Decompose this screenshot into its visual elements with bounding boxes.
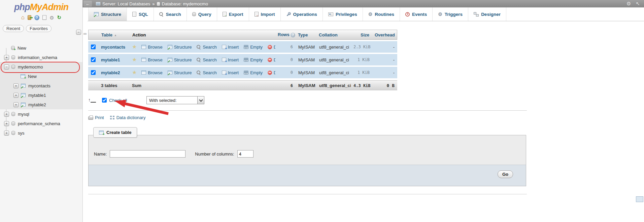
home-icon[interactable]: ⌂ — [21, 15, 25, 20]
expand-icon[interactable]: + — [4, 112, 9, 117]
col-header-rows[interactable]: Rows ? — [275, 32, 295, 37]
row-checkbox[interactable] — [91, 45, 96, 49]
data-dictionary-link[interactable]: Data dictionary — [110, 115, 146, 120]
refresh-icon[interactable]: ↻ — [57, 15, 62, 20]
preferences-gear-icon[interactable]: ⚙ — [626, 1, 631, 7]
tab-search[interactable]: Search — [154, 7, 187, 21]
action-label: Insert — [228, 70, 239, 75]
favorites-button[interactable]: Favorites — [26, 25, 51, 32]
tree-item-mytable2[interactable]: + mytable2 — [0, 100, 82, 109]
with-selected-dropdown[interactable]: With selected: — [146, 96, 204, 104]
create-table-icon — [99, 131, 104, 135]
tab-privileges[interactable]: Privileges — [323, 7, 363, 21]
dropdown-arrow-icon[interactable] — [197, 96, 204, 104]
link-panels-icon[interactable]: ∞ — [83, 31, 87, 36]
collapse-navigation-button[interactable]: ← — [83, 1, 92, 7]
table-name-link[interactable]: mytable2 — [101, 70, 120, 75]
rows-help-icon[interactable]: ? — [291, 33, 295, 37]
empty-link[interactable]: Empty — [244, 57, 263, 62]
help-icon[interactable]: ? — [34, 15, 39, 20]
check-all-label[interactable]: Check all — [109, 98, 127, 103]
events-tab-icon — [405, 12, 410, 17]
expand-icon[interactable]: + — [13, 93, 19, 98]
collapse-all-icon[interactable]: − — [76, 30, 81, 35]
tree-item-new-table[interactable]: New — [0, 72, 82, 81]
expand-icon[interactable]: + — [4, 121, 9, 126]
breadcrumb-database-link[interactable]: Database: mydemocmo — [162, 1, 208, 6]
empty-link[interactable]: Empty — [244, 70, 263, 75]
query-tab-icon — [192, 12, 196, 16]
search-link[interactable]: Search — [197, 70, 216, 75]
col-header-type[interactable]: Type — [295, 32, 316, 37]
drop-link[interactable]: Drop — [268, 70, 275, 75]
breadcrumb-separator: » — [152, 1, 155, 6]
tree-item-sys[interactable]: + sys — [0, 128, 82, 138]
drop-link[interactable]: Drop — [268, 57, 275, 62]
table-name-input[interactable] — [110, 150, 185, 158]
structure-link[interactable]: Structure — [168, 57, 192, 62]
row-checkbox[interactable] — [91, 70, 96, 75]
drop-icon — [268, 45, 272, 49]
empty-link[interactable]: Empty — [244, 45, 263, 50]
tab-triggers[interactable]: ⚙Triggers — [433, 7, 468, 21]
insert-link[interactable]: Insert — [222, 45, 239, 50]
tree-item-performance-schema[interactable]: + performance_schema — [0, 119, 82, 128]
favorite-star-icon[interactable]: ★ — [132, 57, 137, 62]
go-button[interactable]: Go — [498, 170, 513, 178]
expand-icon[interactable]: + — [13, 83, 19, 88]
search-link[interactable]: Search — [197, 45, 216, 50]
resize-handle-icon[interactable]: ↖ — [636, 1, 640, 7]
settings-gear-icon[interactable]: ⚙ — [49, 15, 54, 20]
table-name-link[interactable]: mycontacts — [101, 45, 125, 50]
new-table-icon — [21, 74, 25, 78]
favorite-star-icon[interactable]: ★ — [132, 70, 137, 75]
col-header-size[interactable]: Size — [350, 32, 372, 37]
browse-link[interactable]: Browse — [141, 70, 162, 75]
tree-item-mycontacts[interactable]: + mycontacts — [0, 81, 82, 90]
insert-link[interactable]: Insert — [222, 70, 239, 75]
table-name-link[interactable]: mytable1 — [101, 57, 120, 62]
expand-icon[interactable]: + — [4, 131, 9, 136]
expand-icon[interactable]: + — [4, 55, 9, 60]
logout-icon[interactable] — [28, 15, 31, 20]
tree-item-mytable1[interactable]: + mytable1 — [0, 90, 82, 100]
tab-designer[interactable]: Designer — [468, 7, 506, 21]
search-icon — [197, 45, 201, 49]
col-header-overhead[interactable]: Overhead — [372, 32, 397, 37]
sum-size-cell: 4.3 KiB — [351, 83, 372, 88]
drop-link[interactable]: Drop — [268, 45, 275, 50]
tab-routines[interactable]: ⚙Routines — [363, 7, 400, 21]
expand-icon[interactable]: + — [13, 102, 19, 107]
insert-link[interactable]: Insert — [222, 57, 239, 62]
recent-button[interactable]: Recent — [3, 25, 24, 32]
row-checkbox[interactable] — [91, 57, 96, 62]
breadcrumb-server-link[interactable]: Server: Local Databases — [102, 1, 150, 6]
col-header-table[interactable]: Table▲ — [99, 32, 130, 37]
tree-item-new-database[interactable]: New — [0, 43, 82, 53]
structure-link[interactable]: Structure — [168, 45, 192, 50]
privileges-tab-icon — [328, 12, 333, 16]
tab-export[interactable]: Export — [217, 7, 249, 21]
favorite-star-icon[interactable]: ★ — [132, 45, 137, 49]
browse-link[interactable]: Browse — [141, 45, 162, 50]
tree-item-information-schema[interactable]: + information_schema — [0, 53, 82, 62]
browse-link[interactable]: Browse — [141, 57, 162, 62]
tab-import[interactable]: Import — [249, 7, 281, 21]
search-link[interactable]: Search — [197, 57, 216, 62]
col-header-collation[interactable]: Collation — [316, 32, 350, 37]
phpmyadmin-logo[interactable]: phpMyAdmin — [0, 2, 82, 12]
print-link[interactable]: Print — [88, 115, 104, 120]
columns-count-input[interactable] — [237, 150, 253, 158]
tree-item-mysql[interactable]: + mysql — [0, 109, 82, 119]
tab-label: Query — [198, 12, 211, 17]
scroll-top-button[interactable] — [636, 196, 643, 202]
tab-structure[interactable]: Structure — [88, 7, 127, 21]
tab-operations[interactable]: Operations — [281, 7, 323, 21]
documentation-icon[interactable] — [42, 15, 46, 20]
tree-item-label: mytable2 — [28, 102, 46, 107]
structure-link[interactable]: Structure — [168, 70, 192, 75]
tab-query[interactable]: Query — [187, 7, 217, 21]
check-all-checkbox[interactable] — [102, 98, 107, 103]
tab-events[interactable]: Events — [400, 7, 433, 21]
tab-sql[interactable]: SQL — [127, 7, 154, 21]
